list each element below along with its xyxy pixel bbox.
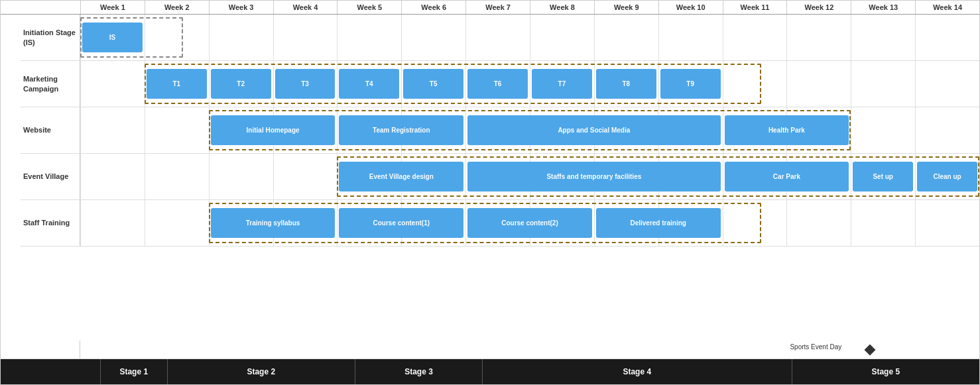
grid-col-website-14	[915, 107, 979, 153]
grid-col-stafftraining-9	[594, 200, 658, 246]
grid-col-eventvillage-4	[273, 154, 337, 199]
grid-col-marketing-9	[594, 61, 658, 107]
grid-col-marketing-10	[658, 61, 723, 107]
week-headers: Week 1Week 2Week 3Week 4Week 5Week 6Week…	[80, 1, 979, 14]
row-grid-website: Initial HomepageTeam RegistrationApps an…	[80, 107, 979, 153]
week-header-13: Week 13	[851, 1, 915, 14]
stage-stage-1: Stage 1	[100, 359, 167, 384]
grid-col-stafftraining-12	[786, 200, 851, 246]
grid-col-marketing-14	[915, 61, 979, 107]
grid-col-stafftraining-2	[145, 200, 209, 246]
grid-col-website-10	[658, 107, 723, 153]
grid-col-website-13	[851, 107, 915, 153]
footer-left	[1, 359, 21, 384]
grid-col-initiation-3	[209, 15, 273, 60]
grid-col-eventvillage-6	[401, 154, 465, 199]
row-grid-initiation: IS	[80, 15, 979, 60]
row-marketing: Marketing CampaignT1T2T3T4T5T6T7T8T9	[21, 61, 979, 107]
header-label-spacer	[1, 1, 80, 14]
grid-col-initiation-4	[273, 15, 337, 60]
grid-col-stafftraining-8	[530, 200, 594, 246]
week-header-6: Week 6	[401, 1, 465, 14]
week-header-12: Week 12	[786, 1, 851, 14]
gantt-body: Initiation Stage (IS)ISMarketing Campaig…	[1, 15, 979, 341]
grid-col-website-8	[530, 107, 594, 153]
grid-col-initiation-14	[915, 15, 979, 60]
grid-col-stafftraining-1	[80, 200, 145, 246]
workstreams-label	[1, 15, 21, 341]
grid-col-marketing-3	[209, 61, 273, 107]
grid-col-website-2	[145, 107, 209, 153]
row-stafftraining: Staff TrainingTraining syllabusCourse co…	[21, 200, 979, 247]
grid-col-initiation-11	[723, 15, 787, 60]
grid-col-initiation-8	[530, 15, 594, 60]
grid-col-website-5	[337, 107, 401, 153]
grid-col-initiation-9	[594, 15, 658, 60]
grid-col-stafftraining-6	[401, 200, 465, 246]
gantt-footer: Stage 1Stage 2Stage 3Stage 4Stage 5	[1, 359, 979, 384]
grid-col-marketing-4	[273, 61, 337, 107]
row-eventvillage: Event VillageEvent Village designStaffs …	[21, 154, 979, 200]
week-header-5: Week 5	[337, 1, 401, 14]
week-header-14: Week 14	[915, 1, 979, 14]
grid-col-stafftraining-7	[465, 200, 530, 246]
grid-col-eventvillage-11	[723, 154, 787, 199]
grid-col-website-11	[723, 107, 787, 153]
grid-col-marketing-2	[145, 61, 209, 107]
grid-col-eventvillage-13	[851, 154, 915, 199]
grid-col-stafftraining-14	[915, 200, 979, 246]
sports-event-row: Sports Event Day	[1, 341, 979, 359]
grid-col-eventvillage-8	[530, 154, 594, 199]
gantt-header: Week 1Week 2Week 3Week 4Week 5Week 6Week…	[1, 1, 979, 15]
sports-event-label: Sports Event Day	[790, 343, 841, 351]
grid-col-eventvillage-12	[786, 154, 851, 199]
grid-col-eventvillage-14	[915, 154, 979, 199]
week-header-2: Week 2	[145, 1, 209, 14]
grid-col-initiation-1	[80, 15, 145, 60]
row-grid-stafftraining: Training syllabusCourse content(1)Course…	[80, 200, 979, 246]
week-header-9: Week 9	[594, 1, 658, 14]
grid-col-stafftraining-5	[337, 200, 401, 246]
grid-col-website-7	[465, 107, 530, 153]
grid-col-initiation-6	[401, 15, 465, 60]
grid-col-initiation-12	[786, 15, 851, 60]
week-header-1: Week 1	[80, 1, 145, 14]
grid-col-initiation-5	[337, 15, 401, 60]
row-label-marketing: Marketing Campaign	[21, 61, 80, 107]
grid-col-eventvillage-2	[145, 154, 209, 199]
row-label-stafftraining: Staff Training	[21, 200, 80, 246]
stage-stage-2: Stage 2	[167, 359, 355, 384]
grid-col-marketing-12	[786, 61, 851, 107]
row-grid-eventvillage: Event Village designStaffs and temporary…	[80, 154, 979, 199]
footer-label-space	[21, 359, 100, 384]
grid-col-marketing-7	[465, 61, 530, 107]
stage-stage-5: Stage 5	[792, 359, 980, 384]
grid-col-stafftraining-3	[209, 200, 273, 246]
grid-col-website-9	[594, 107, 658, 153]
grid-col-marketing-1	[80, 61, 145, 107]
week-header-3: Week 3	[209, 1, 273, 14]
grid-col-stafftraining-11	[723, 200, 787, 246]
row-label-website: Website	[21, 107, 80, 153]
grid-col-stafftraining-10	[658, 200, 723, 246]
grid-col-eventvillage-3	[209, 154, 273, 199]
grid-col-initiation-2	[145, 15, 209, 60]
gantt-chart: Week 1Week 2Week 3Week 4Week 5Week 6Week…	[0, 0, 980, 385]
footer-stages: Stage 1Stage 2Stage 3Stage 4Stage 5	[100, 359, 979, 384]
stage-stage-4: Stage 4	[482, 359, 792, 384]
grid-col-marketing-5	[337, 61, 401, 107]
week-header-8: Week 8	[530, 1, 594, 14]
grid-col-website-4	[273, 107, 337, 153]
sports-event-diamond	[865, 345, 876, 356]
grid-col-eventvillage-1	[80, 154, 145, 199]
grid-col-stafftraining-13	[851, 200, 915, 246]
row-label-eventvillage: Event Village	[21, 154, 80, 199]
grid-col-initiation-7	[465, 15, 530, 60]
grid-col-stafftraining-4	[273, 200, 337, 246]
grid-col-marketing-8	[530, 61, 594, 107]
row-website: WebsiteInitial HomepageTeam Registration…	[21, 107, 979, 154]
grid-col-website-12	[786, 107, 851, 153]
sports-left-space	[1, 341, 21, 358]
sports-label-space	[21, 341, 80, 358]
week-header-7: Week 7	[465, 1, 530, 14]
